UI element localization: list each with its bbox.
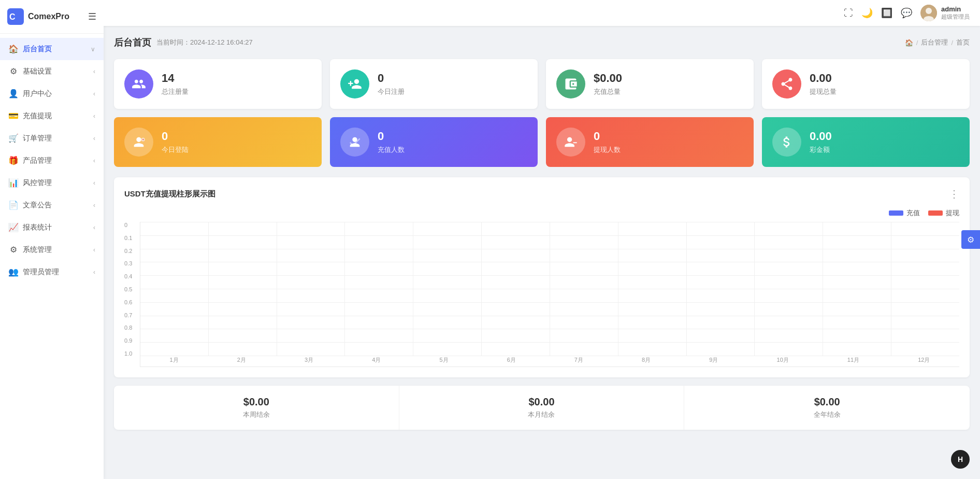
menu-arrow-users: ‹ xyxy=(93,90,95,97)
chart-col xyxy=(823,222,891,356)
chat-icon[interactable]: 💬 xyxy=(901,7,912,19)
sidebar-item-home[interactable]: 🏠 后台首页 ∨ xyxy=(0,38,104,60)
page-header: 后台首页 当前时间：2024-12-12 16:04:27 🏠 / 后台管理 /… xyxy=(114,36,970,49)
avatar xyxy=(920,5,937,21)
breadcrumb: 🏠 / 后台管理 / 首页 xyxy=(905,38,970,47)
menu-label-system: 系统管理 xyxy=(23,245,89,255)
sidebar-item-users[interactable]: 👤 用户中心 ‹ xyxy=(0,82,104,105)
y-axis-label: 0.3 xyxy=(124,260,136,266)
stat-icon-charge_total xyxy=(556,69,585,98)
stat-card-today_reg: 0 今日注册 xyxy=(330,59,538,109)
user-role: 超级管理员 xyxy=(941,13,970,21)
summary-item-本周结余: $0.00 本周结余 xyxy=(114,386,399,430)
svg-point-3 xyxy=(926,8,932,14)
colored-icon-today_login: ⏰ xyxy=(124,128,153,157)
stat-icon-total_reg xyxy=(124,69,153,98)
menu-icon-products: 🎁 xyxy=(8,156,19,165)
chart-col xyxy=(618,222,687,356)
stat-label-withdraw_total: 提现总量 xyxy=(810,87,837,96)
user-info: admin 超级管理员 xyxy=(941,5,970,21)
menu-arrow-articles: ‹ xyxy=(93,202,95,209)
x-axis-label: 5月 xyxy=(439,356,448,367)
stat-value-withdraw_total: 0.00 xyxy=(810,72,837,85)
legend-item-提现: 提现 xyxy=(928,208,959,218)
y-axis-label: 0.2 xyxy=(124,248,136,254)
menu-arrow-home: ∨ xyxy=(91,46,95,53)
y-axis-label: 0.4 xyxy=(124,273,136,279)
sidebar-item-risk[interactable]: 📊 风控管理 ‹ xyxy=(0,172,104,194)
chart-col xyxy=(277,222,345,356)
colored-label-today_login: 今日登陆 xyxy=(162,145,189,154)
colored-info-today_login: 0 今日登陆 xyxy=(162,130,189,154)
colored-info-withdraw_people: 0 提现人数 xyxy=(594,130,621,154)
colored-label-withdraw_people: 提现人数 xyxy=(594,145,621,154)
svg-rect-7 xyxy=(573,142,577,143)
summary-item-本月结余: $0.00 本月结余 xyxy=(399,386,685,430)
page-title: 后台首页 xyxy=(114,36,151,49)
summary-label: 全年结余 xyxy=(695,410,959,419)
stat-card-withdraw_total: 0.00 提现总量 xyxy=(762,59,970,109)
sidebar-item-reports[interactable]: 📈 报表统计 ‹ xyxy=(0,216,104,238)
hamburger-icon[interactable]: ☰ xyxy=(88,11,96,22)
content-area: 后台首页 当前时间：2024-12-12 16:04:27 🏠 / 后台管理 /… xyxy=(104,26,980,479)
menu-icon-basic: ⚙ xyxy=(8,66,19,76)
menu-label-basic: 基础设置 xyxy=(23,67,89,76)
chart-col xyxy=(413,222,482,356)
summary-amount: $0.00 xyxy=(695,396,959,408)
colored-label-bonus: 彩金额 xyxy=(810,145,832,154)
chart-legend: 充值 提现 xyxy=(124,208,959,218)
stat-info-charge_total: $0.00 充值总量 xyxy=(594,72,622,96)
stat-label-total_reg: 总注册量 xyxy=(162,87,189,96)
logo-icon: C xyxy=(7,8,24,25)
chart-container: 1.00.90.80.70.60.50.40.30.20.10 1月2月3月4月… xyxy=(124,222,959,367)
menu-label-users: 用户中心 xyxy=(23,89,89,98)
breadcrumb-admin[interactable]: 后台管理 xyxy=(921,38,948,47)
floating-settings-button[interactable]: ⚙ xyxy=(961,230,980,249)
menu-label-reports: 报表统计 xyxy=(23,223,89,232)
x-axis-label: 6月 xyxy=(507,356,516,367)
sidebar-item-products[interactable]: 🎁 产品管理 ‹ xyxy=(0,149,104,172)
menu-arrow-basic: ‹ xyxy=(93,68,95,75)
colored-value-bonus: 0.00 xyxy=(810,130,832,143)
stat-card-charge_total: $0.00 充值总量 xyxy=(546,59,754,109)
menu-icon-admins: 👥 xyxy=(8,267,19,277)
stat-label-charge_total: 充值总量 xyxy=(594,87,622,96)
x-axis-label: 3月 xyxy=(305,356,313,367)
page-title-area: 后台首页 当前时间：2024-12-12 16:04:27 xyxy=(114,36,253,49)
col-separators xyxy=(140,222,959,356)
legend-item-充值: 充值 xyxy=(889,208,920,218)
sidebar-item-admins[interactable]: 👥 管理员管理 ‹ xyxy=(0,261,104,283)
y-axis-label: 0.1 xyxy=(124,235,136,241)
floating-help-button[interactable]: H xyxy=(951,450,970,469)
sidebar-item-system[interactable]: ⚙ 系统管理 ‹ xyxy=(0,238,104,261)
menu-label-home: 后台首页 xyxy=(23,45,87,54)
svg-text:C: C xyxy=(9,12,16,21)
sidebar-item-recharge[interactable]: 💳 充值提现 ‹ xyxy=(0,105,104,127)
wallet-icon[interactable]: 🔲 xyxy=(881,7,892,19)
stat-cards-row1: 14 总注册量 0 今日注册 $0.00 充值总量 0.00 提现总量 xyxy=(114,59,970,109)
summary-row: $0.00 本周结余 $0.00 本月结余 $0.00 全年结余 xyxy=(114,386,970,430)
dark-mode-icon[interactable]: 🌙 xyxy=(861,7,873,19)
sidebar-item-orders[interactable]: 🛒 订单管理 ‹ xyxy=(0,127,104,149)
sidebar-item-basic[interactable]: ⚙ 基础设置 ‹ xyxy=(0,60,104,82)
menu-icon-risk: 📊 xyxy=(8,178,19,188)
username: admin xyxy=(941,5,970,13)
chart-col xyxy=(550,222,618,356)
chart-menu-icon[interactable]: ⋮ xyxy=(949,188,959,200)
colored-card-withdraw_people: 0 提现人数 xyxy=(546,117,754,167)
sidebar-item-articles[interactable]: 📄 文章公告 ‹ xyxy=(0,194,104,216)
colored-value-today_login: 0 xyxy=(162,130,189,143)
stat-info-today_reg: 0 今日注册 xyxy=(378,72,405,96)
user-profile[interactable]: admin 超级管理员 xyxy=(920,5,970,21)
summary-label: 本周结余 xyxy=(124,410,388,419)
legend-color-充值 xyxy=(889,210,903,216)
colored-value-charge_people: 0 xyxy=(378,130,405,143)
sidebar: C ComexPro ☰ 🏠 后台首页 ∨ ⚙ 基础设置 ‹ 👤 用户中心 ‹ … xyxy=(0,0,104,479)
chart-col xyxy=(891,222,959,356)
colored-icon-bonus xyxy=(772,128,801,157)
menu-icon-articles: 📄 xyxy=(8,200,19,210)
stat-info-total_reg: 14 总注册量 xyxy=(162,72,189,96)
fullscreen-icon[interactable]: ⛶ xyxy=(844,8,853,19)
chart-title: USDT充值提现柱形展示图 xyxy=(124,189,215,199)
legend-label-充值: 充值 xyxy=(906,208,920,218)
